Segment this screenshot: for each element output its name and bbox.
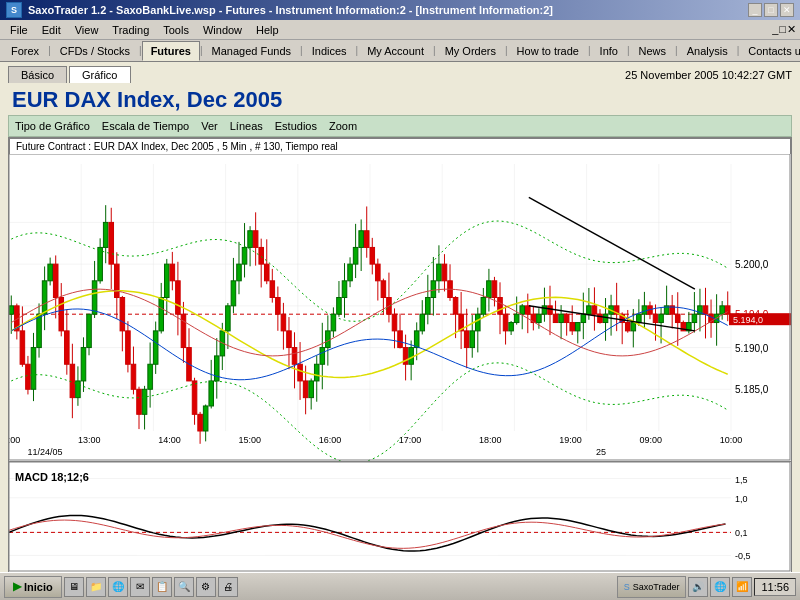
chart-toolbar: Tipo de Gráfico Escala de Tiempo Ver Lín… [8, 115, 792, 137]
tab-futures[interactable]: Futures [142, 41, 200, 61]
chart-info: Future Contract : EUR DAX Index, Dec 200… [9, 138, 791, 154]
tab-basico[interactable]: Básico [8, 66, 67, 83]
subtabs: Básico Gráfico [8, 66, 131, 83]
datetime: 25 November 2005 10:42:27 GMT [625, 69, 792, 83]
maximize-button[interactable]: □ [764, 3, 778, 17]
taskbar-icon-5[interactable]: 📋 [152, 577, 172, 597]
menubar: File Edit View Trading Tools Window Help… [0, 20, 800, 40]
tab-forex[interactable]: Forex [2, 41, 48, 61]
tab-grafico[interactable]: Gráfico [69, 66, 130, 83]
taskbar-clock: 11:56 [754, 578, 796, 596]
start-label: Inicio [24, 581, 53, 593]
tab-news[interactable]: News [630, 41, 676, 61]
nav-tabs: Forex | CFDs / Stocks | Futures | Manage… [0, 40, 800, 62]
inner-minimize[interactable]: _ [772, 23, 778, 36]
close-button[interactable]: ✕ [780, 3, 794, 17]
chart-area: Tipo de Gráfico Escala de Tiempo Ver Lín… [0, 115, 800, 573]
main-chart[interactable] [9, 154, 791, 462]
content-area: Básico Gráfico 25 November 2005 10:42:27… [0, 62, 800, 572]
tab-my-account[interactable]: My Account [358, 41, 433, 61]
tab-my-orders[interactable]: My Orders [436, 41, 505, 61]
chart-title: EUR DAX Index, Dec 2005 [12, 87, 788, 113]
charts-wrapper: Future Contract : EUR DAX Index, Dec 200… [8, 137, 792, 573]
toolbar-estudios[interactable]: Estudios [275, 120, 317, 132]
start-button[interactable]: ▶ Inicio [4, 576, 62, 598]
chart-title-area: EUR DAX Index, Dec 2005 [0, 83, 800, 115]
taskbar-icon-3[interactable]: 🌐 [108, 577, 128, 597]
menu-window[interactable]: Window [197, 22, 248, 38]
tab-indices[interactable]: Indices [303, 41, 356, 61]
macd-chart [9, 462, 791, 572]
taskbar-tray-2[interactable]: 🌐 [710, 577, 730, 597]
menu-tools[interactable]: Tools [157, 22, 195, 38]
toolbar-escala-tiempo[interactable]: Escala de Tiempo [102, 120, 189, 132]
toolbar-zoom[interactable]: Zoom [329, 120, 357, 132]
taskbar-app-saxo[interactable]: S SaxoTrader [617, 576, 687, 598]
titlebar-title: SaxoTrader 1.2 - SaxoBankLive.wsp - Futu… [28, 4, 553, 16]
taskbar-icon-8[interactable]: 🖨 [218, 577, 238, 597]
taskbar-tray-1[interactable]: 🔊 [688, 577, 708, 597]
tab-managed-funds[interactable]: Managed Funds [203, 41, 301, 61]
taskbar-icon-1[interactable]: 🖥 [64, 577, 84, 597]
toolbar-lineas[interactable]: Líneas [230, 120, 263, 132]
inner-close[interactable]: ✕ [787, 23, 796, 36]
taskbar-icon-6[interactable]: 🔍 [174, 577, 194, 597]
taskbar-icon-2[interactable]: 📁 [86, 577, 106, 597]
menu-edit[interactable]: Edit [36, 22, 67, 38]
titlebar: S SaxoTrader 1.2 - SaxoBankLive.wsp - Fu… [0, 0, 800, 20]
tab-info[interactable]: Info [591, 41, 627, 61]
tab-contacts-us[interactable]: Contacts us [739, 41, 800, 61]
taskbar-tray-3[interactable]: 📶 [732, 577, 752, 597]
taskbar-icon-4[interactable]: ✉ [130, 577, 150, 597]
tab-analysis[interactable]: Analysis [678, 41, 737, 61]
menu-help[interactable]: Help [250, 22, 285, 38]
inner-restore[interactable]: □ [779, 23, 786, 36]
toolbar-ver[interactable]: Ver [201, 120, 218, 132]
tab-how-to-trade[interactable]: How to trade [508, 41, 588, 61]
taskbar: ▶ Inicio 🖥 📁 🌐 ✉ 📋 🔍 ⚙ 🖨 S SaxoTrader 🔊 … [0, 572, 800, 600]
tab-cfds-stocks[interactable]: CFDs / Stocks [51, 41, 139, 61]
menu-file[interactable]: File [4, 22, 34, 38]
minimize-button[interactable]: _ [748, 3, 762, 17]
taskbar-icon-7[interactable]: ⚙ [196, 577, 216, 597]
toolbar-tipo-grafico[interactable]: Tipo de Gráfico [15, 120, 90, 132]
menu-view[interactable]: View [69, 22, 105, 38]
menu-trading[interactable]: Trading [106, 22, 155, 38]
